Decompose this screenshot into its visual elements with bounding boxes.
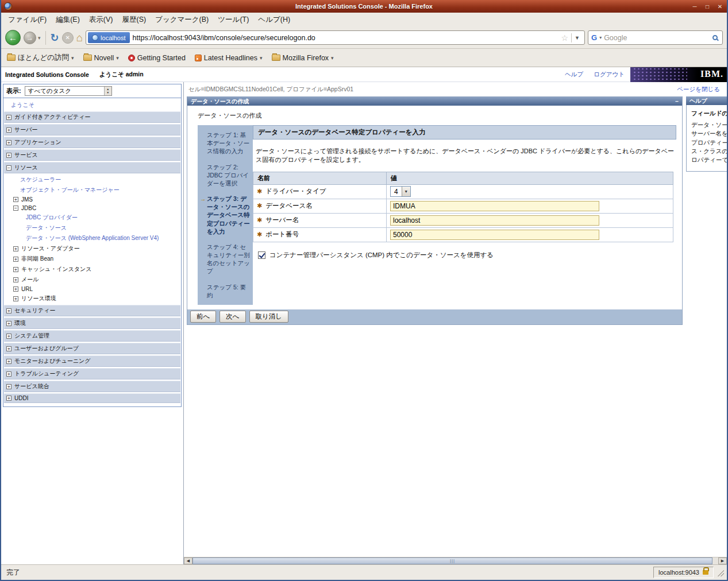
- nav-section[interactable]: +サービス: [4, 149, 180, 161]
- nav-link[interactable]: オブジェクト・プール・マネージャー: [4, 185, 180, 195]
- forward-icon[interactable]: →: [24, 32, 36, 44]
- port-number-input[interactable]: [390, 230, 599, 240]
- nav-link[interactable]: ようこそ: [4, 100, 180, 110]
- expand-icon[interactable]: +: [6, 115, 11, 120]
- window-titlebar[interactable]: Integrated Solutions Console - Mozilla F…: [1, 0, 727, 13]
- bookmark-item[interactable]: Getting Started: [128, 54, 186, 62]
- search-bar[interactable]: G ▾ Google: [588, 30, 723, 45]
- close-page-link[interactable]: ページを閉じる: [677, 86, 720, 94]
- menu-item[interactable]: ヘルプ(H): [253, 13, 295, 27]
- combo-arrows-icon[interactable]: ▲▼: [104, 87, 111, 95]
- nav-link[interactable]: スケジューラー: [4, 175, 180, 185]
- nav-branch[interactable]: +キャッシュ・インスタンス: [4, 264, 180, 274]
- horizontal-scrollbar[interactable]: ◀ ||| ▶: [184, 557, 727, 564]
- wizard-step[interactable]: →ステップ 3: データ・ソースのデータベース特定プロパティーを入力: [200, 195, 250, 235]
- bookmark-item[interactable]: Novell▾: [83, 54, 119, 62]
- resize-grip[interactable]: [717, 569, 724, 576]
- close-icon[interactable]: ✕: [716, 3, 724, 10]
- previous-button[interactable]: 前へ: [190, 311, 216, 323]
- bookmark-star-icon[interactable]: ☆: [561, 33, 569, 42]
- expand-icon[interactable]: +: [13, 197, 18, 202]
- site-identity-button[interactable]: localhost: [88, 32, 129, 43]
- url-text[interactable]: https://localhost:9043/ibm/console/secur…: [133, 34, 558, 42]
- menu-item[interactable]: 履歴(S): [117, 13, 151, 27]
- scroll-right-icon[interactable]: ▶: [718, 557, 727, 564]
- menu-item[interactable]: ファイル(F): [3, 13, 51, 27]
- nav-branch[interactable]: +リソース・アダプター: [4, 243, 180, 254]
- cancel-button[interactable]: 取り消し: [249, 311, 289, 323]
- server-name-input[interactable]: [390, 215, 599, 226]
- expand-icon[interactable]: +: [13, 286, 18, 292]
- expand-icon[interactable]: +: [6, 346, 11, 351]
- nav-branch[interactable]: +メール: [4, 274, 180, 285]
- expand-icon[interactable]: +: [13, 296, 18, 301]
- history-dropdown-icon[interactable]: ▾: [38, 35, 41, 41]
- url-dropdown-icon[interactable]: ▼: [571, 33, 583, 42]
- nav-section[interactable]: +システム管理: [4, 330, 180, 342]
- reload-icon[interactable]: ↻: [51, 33, 59, 43]
- panel-minimize-icon[interactable]: −: [675, 98, 679, 104]
- next-button[interactable]: 次へ: [219, 311, 245, 323]
- expand-icon[interactable]: +: [6, 359, 11, 364]
- nav-section[interactable]: +アプリケーション: [4, 137, 180, 148]
- nav-section[interactable]: +セキュリティー: [4, 305, 180, 316]
- nav-branch[interactable]: +リソース環境: [4, 293, 180, 304]
- menu-item[interactable]: 表示(V): [84, 13, 118, 27]
- nav-section[interactable]: +サーバー: [4, 124, 180, 135]
- minimize-icon[interactable]: ─: [691, 3, 699, 10]
- nav-section[interactable]: +トラブルシューティング: [4, 368, 180, 379]
- expand-icon[interactable]: +: [6, 371, 11, 377]
- nav-link[interactable]: データ・ソース: [4, 223, 180, 233]
- stop-icon[interactable]: ✕: [62, 32, 74, 44]
- menu-item[interactable]: ブックマーク(B): [151, 13, 213, 27]
- expand-icon[interactable]: +: [6, 127, 11, 133]
- cmp-checkbox[interactable]: [258, 251, 265, 259]
- search-engine-icon[interactable]: G: [591, 33, 597, 42]
- nav-section[interactable]: −リソース: [4, 162, 180, 173]
- expand-icon[interactable]: +: [6, 384, 11, 389]
- chevron-down-icon[interactable]: ▼: [402, 187, 410, 196]
- maximize-icon[interactable]: □: [703, 3, 711, 10]
- home-icon[interactable]: ⌂: [76, 32, 83, 43]
- expand-icon[interactable]: +: [6, 396, 11, 401]
- database-name-input[interactable]: [390, 201, 599, 211]
- expand-icon[interactable]: +: [6, 140, 11, 145]
- nav-section[interactable]: +モニターおよびチューニング: [4, 355, 180, 367]
- collapse-icon[interactable]: −: [13, 206, 18, 211]
- collapse-icon[interactable]: −: [6, 165, 11, 171]
- back-icon[interactable]: ←: [5, 30, 21, 45]
- menu-item[interactable]: ツール(T): [213, 13, 253, 27]
- bookmark-item[interactable]: Latest Headlines▾: [195, 54, 263, 62]
- url-bar[interactable]: localhost https://localhost:9043/ibm/con…: [86, 30, 585, 45]
- nav-branch[interactable]: −JDBC: [4, 204, 180, 212]
- security-zone-box[interactable]: localhost:9043: [653, 567, 714, 578]
- expand-icon[interactable]: +: [6, 321, 11, 326]
- expand-icon[interactable]: +: [13, 257, 18, 262]
- expand-icon[interactable]: +: [13, 277, 18, 282]
- nav-section[interactable]: +サービス統合: [4, 381, 180, 392]
- nav-section[interactable]: +ガイド付きアクティビティー: [4, 111, 180, 123]
- wizard-step[interactable]: ステップ 4: セキュリティー別名のセットアップ: [200, 243, 250, 276]
- search-placeholder[interactable]: Google: [604, 34, 710, 42]
- task-filter-select[interactable]: すべてのタスク ▲▼: [25, 86, 112, 96]
- nav-branch[interactable]: +非同期 Bean: [4, 254, 180, 264]
- nav-link[interactable]: JDBC プロバイダー: [4, 212, 180, 223]
- search-icon[interactable]: [712, 35, 718, 40]
- scroll-left-icon[interactable]: ◀: [184, 557, 192, 564]
- wizard-step[interactable]: ステップ 1: 基本データ・ソース情報の入力: [200, 131, 250, 156]
- expand-icon[interactable]: +: [13, 267, 18, 272]
- nav-section[interactable]: +UDDI: [4, 393, 180, 403]
- wizard-step[interactable]: ステップ 5: 要約: [200, 283, 250, 299]
- expand-icon[interactable]: +: [6, 153, 11, 158]
- logout-link[interactable]: ログアウト: [594, 71, 625, 79]
- search-engine-dropdown-icon[interactable]: ▾: [599, 35, 602, 40]
- bookmark-item[interactable]: ほとんどの訪問▾: [7, 53, 74, 63]
- nav-link[interactable]: データ・ソース (WebSphere Application Server V4…: [4, 233, 180, 243]
- expand-icon[interactable]: +: [6, 334, 11, 339]
- help-link[interactable]: ヘルプ: [565, 71, 583, 79]
- nav-section[interactable]: +ユーザーおよびグループ: [4, 343, 180, 354]
- driver-type-select[interactable]: 4▼: [390, 186, 411, 197]
- bookmark-item[interactable]: Mozilla Firefox▾: [272, 54, 334, 62]
- nav-section[interactable]: +環境: [4, 317, 180, 329]
- nav-branch[interactable]: +JMS: [4, 195, 180, 204]
